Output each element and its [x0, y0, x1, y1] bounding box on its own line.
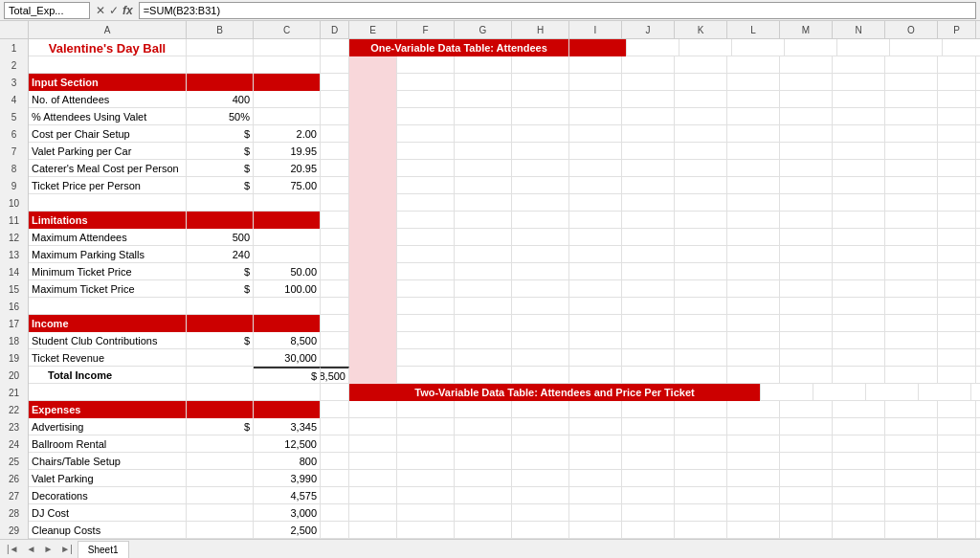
cell-o17[interactable] — [885, 315, 938, 332]
cell-i21[interactable] — [761, 384, 813, 401]
cell-p8[interactable] — [938, 160, 976, 177]
cell-e12[interactable] — [349, 229, 397, 246]
cell-l26[interactable] — [727, 470, 780, 487]
cell-o20[interactable] — [885, 367, 938, 384]
cell-g4[interactable] — [455, 91, 512, 108]
cell-j6[interactable] — [622, 125, 675, 143]
cell-f27[interactable] — [397, 487, 455, 504]
cell-h2[interactable] — [512, 56, 569, 74]
cell-g24[interactable] — [455, 435, 512, 453]
cell-e28[interactable] — [349, 504, 397, 522]
cell-h17[interactable] — [512, 315, 569, 332]
cell-d18[interactable] — [321, 332, 349, 349]
cell-m21[interactable] — [971, 384, 980, 401]
cell-j25[interactable] — [622, 453, 675, 470]
cell-f14[interactable] — [397, 263, 455, 280]
cell-b8[interactable]: $ — [187, 160, 254, 177]
cell-f16[interactable] — [397, 298, 455, 315]
cell-m27[interactable] — [780, 487, 833, 504]
cell-c21[interactable] — [254, 384, 321, 401]
cell-l21[interactable] — [919, 384, 971, 401]
cell-o7[interactable] — [885, 143, 938, 160]
cell-m28[interactable] — [780, 504, 833, 522]
cell-b17[interactable] — [187, 315, 254, 332]
cell-d9[interactable] — [321, 177, 349, 194]
cell-n16[interactable] — [833, 298, 885, 315]
cell-g5[interactable] — [455, 108, 512, 125]
cell-n25[interactable] — [833, 453, 885, 470]
cell-a10[interactable] — [29, 194, 187, 212]
cell-d28[interactable] — [321, 504, 349, 522]
cell-m26[interactable] — [780, 470, 833, 487]
cell-k14[interactable] — [675, 263, 727, 280]
cell-k18[interactable] — [675, 332, 727, 349]
cell-b24[interactable] — [187, 435, 254, 453]
cell-k25[interactable] — [675, 453, 727, 470]
cell-k1[interactable] — [732, 39, 785, 56]
cell-o3[interactable] — [885, 74, 938, 91]
cell-e19[interactable] — [349, 349, 397, 367]
cell-k22[interactable] — [675, 401, 727, 418]
cell-f22[interactable] — [397, 401, 455, 418]
cell-b27[interactable] — [187, 487, 254, 504]
cell-n2[interactable] — [833, 56, 885, 74]
cell-k5[interactable] — [675, 108, 727, 125]
cell-i6[interactable] — [569, 125, 622, 143]
cell-o29[interactable] — [885, 522, 938, 539]
cell-k21[interactable] — [866, 384, 919, 401]
cell-h18[interactable] — [512, 332, 569, 349]
cell-m22[interactable] — [780, 401, 833, 418]
cell-h9[interactable] — [512, 177, 569, 194]
cell-b19[interactable] — [187, 349, 254, 367]
cell-c8[interactable]: 20.95 — [254, 160, 321, 177]
cell-p27[interactable] — [938, 487, 976, 504]
col-header-o[interactable]: O — [885, 21, 938, 38]
cell-o11[interactable] — [885, 212, 938, 229]
cell-h8[interactable] — [512, 160, 569, 177]
cell-a26[interactable]: Valet Parking — [29, 470, 187, 487]
cell-f4[interactable] — [397, 91, 455, 108]
cell-f8[interactable] — [397, 160, 455, 177]
cell-j24[interactable] — [622, 435, 675, 453]
cell-c7[interactable]: 19.95 — [254, 143, 321, 160]
cell-m4[interactable] — [780, 91, 833, 108]
cell-j27[interactable] — [622, 487, 675, 504]
cell-m19[interactable] — [780, 349, 833, 367]
cell-b3[interactable] — [187, 74, 254, 91]
cell-c27[interactable]: 4,575 — [254, 487, 321, 504]
cell-h14[interactable] — [512, 263, 569, 280]
cell-p29[interactable] — [938, 522, 976, 539]
cell-a12[interactable]: Maximum Attendees — [29, 229, 187, 246]
cell-j22[interactable] — [622, 401, 675, 418]
cell-p6[interactable] — [938, 125, 976, 143]
cell-e4[interactable] — [349, 91, 397, 108]
cell-m8[interactable] — [780, 160, 833, 177]
cell-b14[interactable]: $ — [187, 263, 254, 280]
cell-b21[interactable] — [187, 384, 254, 401]
cell-o5[interactable] — [885, 108, 938, 125]
cell-h23[interactable] — [512, 418, 569, 435]
cell-o10[interactable] — [885, 194, 938, 212]
cell-m1[interactable] — [837, 39, 890, 56]
cell-f6[interactable] — [397, 125, 455, 143]
cell-f18[interactable] — [397, 332, 455, 349]
cell-p10[interactable] — [938, 194, 976, 212]
cell-l23[interactable] — [727, 418, 780, 435]
cell-g7[interactable] — [455, 143, 512, 160]
cell-b9[interactable]: $ — [187, 177, 254, 194]
cell-d5[interactable] — [321, 108, 349, 125]
cell-j21[interactable] — [813, 384, 866, 401]
cell-n6[interactable] — [833, 125, 885, 143]
cell-e16[interactable] — [349, 298, 397, 315]
col-header-i[interactable]: I — [569, 21, 622, 38]
cell-j29[interactable] — [622, 522, 675, 539]
cell-f26[interactable] — [397, 470, 455, 487]
cell-f25[interactable] — [397, 453, 455, 470]
cell-m3[interactable] — [780, 74, 833, 91]
cell-d12[interactable] — [321, 229, 349, 246]
cell-c20[interactable]: $ — [254, 367, 321, 384]
cell-a28[interactable]: DJ Cost — [29, 504, 187, 522]
cell-j14[interactable] — [622, 263, 675, 280]
cell-l19[interactable] — [727, 349, 780, 367]
cell-l14[interactable] — [727, 263, 780, 280]
